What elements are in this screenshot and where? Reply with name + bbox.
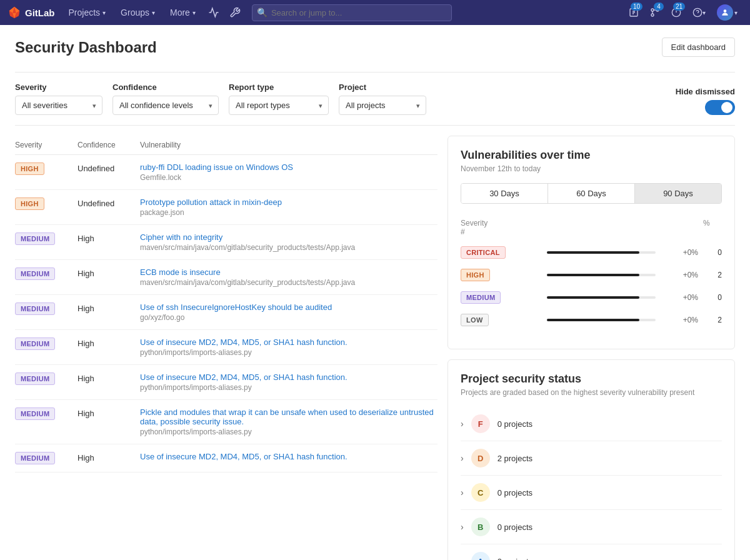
table-row[interactable]: MEDIUM High Use of insecure MD2, MD4, MD… (15, 330, 438, 365)
severity-label: Severity (15, 82, 102, 92)
severity-select[interactable]: All severities (15, 96, 102, 115)
report-type-select[interactable]: All report types (229, 96, 329, 115)
vuln-file: python/imports/imports-aliases.py (140, 383, 438, 392)
severity-badge: HIGH (15, 162, 44, 175)
severity-count: 0 (703, 248, 722, 257)
confidence-cell: Undefined (78, 198, 140, 208)
vulnerability-cell: Pickle and modules that wrap it can be u… (140, 408, 438, 436)
nav-groups[interactable]: Groups ▾ (114, 0, 161, 25)
project-select[interactable]: All projects (339, 96, 426, 115)
vuln-name[interactable]: Use of insecure MD2, MD4, MD5, or SHA1 h… (140, 338, 438, 347)
confidence-filter: Confidence All confidence levels (112, 82, 219, 115)
severity-badge: MEDIUM (15, 232, 55, 245)
project-grade-row[interactable]: › B 0 projects (461, 510, 722, 544)
time-tabs: 30 Days 60 Days 90 Days (461, 183, 722, 204)
right-panel: Vulnerabilities over time November 12th … (448, 136, 735, 560)
avatar-chevron: ▾ (734, 9, 738, 16)
table-row[interactable]: MEDIUM High Use of insecure MD2, MD4, MD… (15, 444, 438, 472)
vuln-name[interactable]: Prototype pollution attack in mixin-deep (140, 198, 438, 207)
search-input[interactable] (252, 4, 452, 21)
nav-projects[interactable]: Projects ▾ (62, 0, 112, 25)
table-row[interactable]: MEDIUM High Use of ssh InsecureIgnoreHos… (15, 295, 438, 330)
project-grade-row[interactable]: › D 2 projects (461, 441, 722, 476)
report-type-select-wrapper: All report types (229, 96, 329, 115)
nav-more[interactable]: More ▾ (164, 0, 202, 25)
project-grade-row[interactable]: › F 0 projects (461, 407, 722, 441)
confidence-cell: Undefined (78, 162, 140, 173)
vuln-name[interactable]: ECB mode is insecure (140, 268, 438, 277)
severity-count: 2 (703, 271, 722, 279)
col-confidence: Confidence (78, 141, 140, 149)
vulnerabilities-over-time-card: Vulnerabilities over time November 12th … (448, 136, 735, 349)
tab-30-days[interactable]: 30 Days (461, 184, 548, 203)
vulnerability-cell: Use of insecure MD2, MD4, MD5, or SHA1 h… (140, 372, 438, 392)
vuln-name[interactable]: Cipher with no integrity (140, 232, 438, 242)
issues-badge: 21 (673, 2, 685, 11)
todo-badge: 10 (631, 2, 642, 11)
vuln-file: go/xyz/foo.go (140, 313, 438, 322)
project-filter: Project All projects (339, 82, 426, 115)
project-grade-row[interactable]: › A 0 projects (461, 544, 722, 560)
help-chevron: ▾ (702, 9, 706, 16)
progress-bar-container (547, 319, 656, 321)
project-grade-row[interactable]: › C 0 projects (461, 476, 722, 510)
merge-request-button[interactable]: 4 (645, 0, 665, 25)
progress-bar-fill (547, 296, 639, 299)
vuln-name[interactable]: Use of insecure MD2, MD4, MD5, or SHA1 h… (140, 452, 438, 461)
activity-icon[interactable] (204, 0, 223, 25)
vuln-name[interactable]: Pickle and modules that wrap it can be u… (140, 408, 438, 426)
vuln-file: package.json (140, 208, 438, 217)
confidence-cell: High (78, 408, 140, 418)
brand-logo[interactable]: GitLab (8, 6, 55, 19)
confidence-cell: High (78, 338, 140, 348)
project-security-card: Project security status Projects are gra… (448, 359, 735, 560)
severity-badge: MEDIUM (15, 268, 55, 280)
table-row[interactable]: MEDIUM High Use of insecure MD2, MD4, MD… (15, 365, 438, 400)
vuln-name[interactable]: Use of insecure MD2, MD4, MD5, or SHA1 h… (140, 372, 438, 382)
search-icon: 🔍 (257, 8, 268, 18)
vulnerability-table: HIGH Undefined ruby-ffi DDL loading issu… (15, 155, 438, 472)
todo-button[interactable]: 10 (624, 0, 644, 25)
projects-count: 0 projects (498, 488, 532, 498)
vulnerability-cell: ECB mode is insecure maven/src/main/java… (140, 268, 438, 287)
confidence-cell: High (78, 232, 140, 243)
avatar-button[interactable]: ▾ (712, 0, 742, 25)
severity-count: 2 (703, 316, 722, 324)
severity-pct: +0% (661, 293, 698, 302)
vulnerability-cell: ruby-ffi DDL loading issue on Windows OS… (140, 162, 438, 182)
vuln-name[interactable]: Use of ssh InsecureIgnoreHostKey should … (140, 302, 438, 312)
hide-dismissed-label: Hide dismissed (676, 87, 735, 96)
table-row[interactable]: MEDIUM High Pickle and modules that wrap… (15, 400, 438, 444)
progress-bar-fill (547, 274, 639, 276)
vulnerability-table-container: Severity Confidence Vulnerability HIGH U… (15, 136, 438, 560)
vuln-file: python/imports/imports-aliases.py (140, 428, 438, 436)
hide-dismissed-toggle[interactable] (705, 100, 735, 115)
table-row[interactable]: MEDIUM High ECB mode is insecure maven/s… (15, 260, 438, 295)
confidence-cell: High (78, 302, 140, 313)
vuln-file: python/imports/imports-aliases.py (140, 348, 438, 357)
vuln-name[interactable]: ruby-ffi DDL loading issue on Windows OS (140, 162, 438, 172)
svg-point-14 (724, 9, 727, 12)
table-row[interactable]: HIGH Undefined ruby-ffi DDL loading issu… (15, 155, 438, 190)
tab-90-days[interactable]: 90 Days (635, 184, 721, 203)
confidence-select[interactable]: All confidence levels (112, 96, 219, 115)
help-button[interactable]: ▾ (688, 0, 711, 25)
wrench-icon[interactable] (226, 0, 244, 25)
chevron-right-icon: › (461, 488, 464, 498)
chevron-right-icon: › (461, 522, 464, 532)
tab-60-days[interactable]: 60 Days (548, 184, 635, 203)
grade-circle: A (471, 552, 490, 560)
table-row[interactable]: HIGH Undefined Prototype pollution attac… (15, 190, 438, 225)
vulnerability-cell: Cipher with no integrity maven/src/main/… (140, 232, 438, 252)
chevron-down-icon: ▾ (152, 9, 155, 16)
table-row[interactable]: MEDIUM High Cipher with no integrity mav… (15, 225, 438, 260)
severity-filter: Severity All severities (15, 82, 102, 115)
severity-badge: MEDIUM (15, 338, 55, 350)
severity-cell: MEDIUM (15, 302, 78, 315)
severity-stat-row: HIGH +0% 2 (461, 269, 722, 281)
vuln-over-time-title: Vulnerabilities over time (461, 149, 722, 162)
edit-dashboard-button[interactable]: Edit dashboard (662, 38, 735, 57)
issues-button[interactable]: 21 (666, 0, 686, 25)
severity-badge: MEDIUM (15, 372, 55, 385)
chevron-right-icon: › (461, 419, 464, 429)
